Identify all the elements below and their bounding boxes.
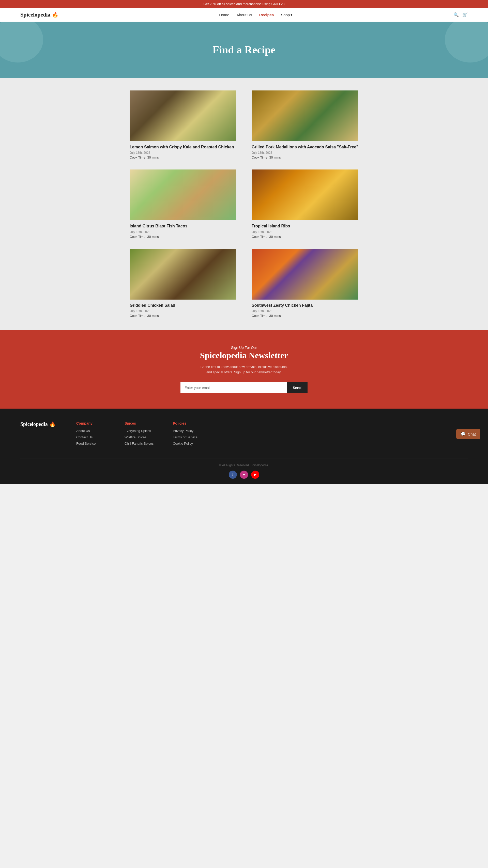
nav-shop[interactable]: Shop ▾ bbox=[281, 12, 293, 17]
footer-spices-col: Spices Everything Spices Wildfire Spices… bbox=[125, 421, 158, 448]
youtube-icon[interactable]: ▶ bbox=[251, 471, 259, 479]
recipe-date-1: July 13th, 2023 bbox=[252, 151, 358, 154]
main-nav: Home About Us Recipes Shop ▾ bbox=[219, 12, 293, 17]
recipe-image-1 bbox=[252, 90, 358, 141]
chat-icon: 💬 bbox=[461, 432, 466, 436]
footer-policies-title: Policies bbox=[173, 421, 206, 425]
footer-foodservice-link[interactable]: Food Service bbox=[76, 442, 109, 445]
recipe-title-2: Island Citrus Blast Fish Tacos bbox=[130, 223, 236, 229]
newsletter-send-button[interactable]: Send bbox=[287, 382, 308, 393]
recipe-date-3: July 13th, 2023 bbox=[252, 230, 358, 234]
recipe-title-0: Lemon Salmon with Crispy Kale and Roaste… bbox=[130, 144, 236, 150]
recipe-card-3[interactable]: Tropical Island RibsJuly 13th, 2023Cook … bbox=[252, 169, 358, 238]
hero-plate-left bbox=[0, 22, 43, 63]
footer-wildfire-link[interactable]: Wildfire Spices bbox=[125, 435, 158, 439]
chat-button[interactable]: 💬 Chat bbox=[456, 429, 480, 439]
chevron-down-icon: ▾ bbox=[291, 12, 293, 17]
footer-main: Spicelopedia 🔥 Company About Us Contact … bbox=[20, 421, 468, 448]
instagram-icon[interactable]: ● bbox=[240, 471, 248, 479]
newsletter-sub: Sign Up For Our bbox=[5, 346, 483, 350]
recipe-card-5[interactable]: Southwest Zesty Chicken FajitaJuly 13th,… bbox=[252, 249, 358, 318]
hero-section: Find a Recipe bbox=[0, 22, 488, 78]
header-icons: 🔍 🛒 bbox=[453, 12, 468, 18]
footer-company-title: Company bbox=[76, 421, 109, 425]
footer-company-col: Company About Us Contact Us Food Service bbox=[76, 421, 109, 448]
recipe-cooktime-1: Cook Time: 30 mins bbox=[252, 156, 358, 159]
footer-everything-spices-link[interactable]: Everything Spices bbox=[125, 429, 158, 433]
footer-spices-title: Spices bbox=[125, 421, 158, 425]
nav-about[interactable]: About Us bbox=[236, 13, 252, 17]
footer-logo[interactable]: Spicelopedia 🔥 bbox=[20, 421, 61, 427]
recipe-cooktime-2: Cook Time: 30 mins bbox=[130, 235, 236, 239]
recipe-image-4 bbox=[130, 249, 236, 300]
newsletter-title: Spicelopedia Newsletter bbox=[5, 351, 483, 360]
recipe-date-4: July 13th, 2023 bbox=[130, 309, 236, 313]
logo[interactable]: Spicelopedia 🔥 bbox=[20, 11, 58, 18]
footer-terms-link[interactable]: Terms of Service bbox=[173, 435, 206, 439]
recipe-card-0[interactable]: Lemon Salmon with Crispy Kale and Roaste… bbox=[130, 90, 236, 159]
newsletter-section: Sign Up For Our Spicelopedia Newsletter … bbox=[0, 330, 488, 409]
logo-text: Spicelopedia bbox=[20, 11, 51, 18]
recipe-date-0: July 13th, 2023 bbox=[130, 151, 236, 154]
chat-label: Chat bbox=[468, 432, 476, 436]
recipe-cooktime-5: Cook Time: 30 mins bbox=[252, 314, 358, 318]
footer-policies-col: Policies Privacy Policy Terms of Service… bbox=[173, 421, 206, 448]
recipe-cooktime-3: Cook Time: 30 mins bbox=[252, 235, 358, 239]
footer-copyright: © All Rights Reserved. Spicelopedia. bbox=[20, 463, 468, 467]
recipe-date-5: July 13th, 2023 bbox=[252, 309, 358, 313]
nav-recipes[interactable]: Recipes bbox=[259, 13, 274, 17]
recipe-title-4: Griddled Chicken Salad bbox=[130, 303, 236, 308]
promo-bar: Get 20% off all spices and merchandise u… bbox=[0, 0, 488, 8]
recipe-date-2: July 13th, 2023 bbox=[130, 230, 236, 234]
footer-social: f ● ▶ bbox=[20, 471, 468, 479]
recipe-image-0 bbox=[130, 90, 236, 141]
recipe-image-2 bbox=[130, 169, 236, 220]
recipe-cooktime-0: Cook Time: 30 mins bbox=[130, 156, 236, 159]
recipe-card-4[interactable]: Griddled Chicken SaladJuly 13th, 2023Coo… bbox=[130, 249, 236, 318]
recipes-grid: Lemon Salmon with Crispy Kale and Roaste… bbox=[130, 90, 358, 318]
recipe-title-1: Grilled Pork Medallions with Avocado Sal… bbox=[252, 144, 358, 150]
facebook-icon[interactable]: f bbox=[229, 471, 237, 479]
footer-cookie-link[interactable]: Cookie Policy bbox=[173, 442, 206, 445]
footer-logo-text: Spicelopedia bbox=[20, 421, 48, 427]
nav-home[interactable]: Home bbox=[219, 13, 229, 17]
footer-contact-link[interactable]: Contact Us bbox=[76, 435, 109, 439]
recipe-card-2[interactable]: Island Citrus Blast Fish TacosJuly 13th,… bbox=[130, 169, 236, 238]
footer-bottom: © All Rights Reserved. Spicelopedia. f ●… bbox=[20, 458, 468, 479]
newsletter-desc: Be the first to know about new arrivals,… bbox=[198, 364, 290, 375]
recipe-cooktime-4: Cook Time: 30 mins bbox=[130, 314, 236, 318]
footer-chili-link[interactable]: Chili Fanatic Spices bbox=[125, 442, 158, 445]
recipe-image-5 bbox=[252, 249, 358, 300]
newsletter-email-input[interactable] bbox=[180, 382, 287, 393]
promo-text: Get 20% off all spices and merchandise u… bbox=[203, 2, 284, 6]
newsletter-form: Send bbox=[180, 382, 308, 393]
flame-icon: 🔥 bbox=[52, 12, 58, 18]
recipe-title-3: Tropical Island Ribs bbox=[252, 223, 358, 229]
footer-privacy-link[interactable]: Privacy Policy bbox=[173, 429, 206, 433]
hero-title: Find a Recipe bbox=[212, 44, 275, 56]
footer-logo-col: Spicelopedia 🔥 bbox=[20, 421, 61, 448]
recipe-image-3 bbox=[252, 169, 358, 220]
recipes-section: Lemon Salmon with Crispy Kale and Roaste… bbox=[0, 78, 488, 330]
footer-flame-icon: 🔥 bbox=[49, 421, 56, 427]
recipe-card-1[interactable]: Grilled Pork Medallions with Avocado Sal… bbox=[252, 90, 358, 159]
recipe-title-5: Southwest Zesty Chicken Fajita bbox=[252, 303, 358, 308]
footer: Spicelopedia 🔥 Company About Us Contact … bbox=[0, 409, 488, 484]
footer-about-link[interactable]: About Us bbox=[76, 429, 109, 433]
header: Spicelopedia 🔥 Home About Us Recipes Sho… bbox=[0, 8, 488, 22]
cart-icon[interactable]: 🛒 bbox=[462, 12, 468, 18]
search-icon[interactable]: 🔍 bbox=[453, 12, 459, 18]
hero-plate-right bbox=[445, 22, 488, 63]
